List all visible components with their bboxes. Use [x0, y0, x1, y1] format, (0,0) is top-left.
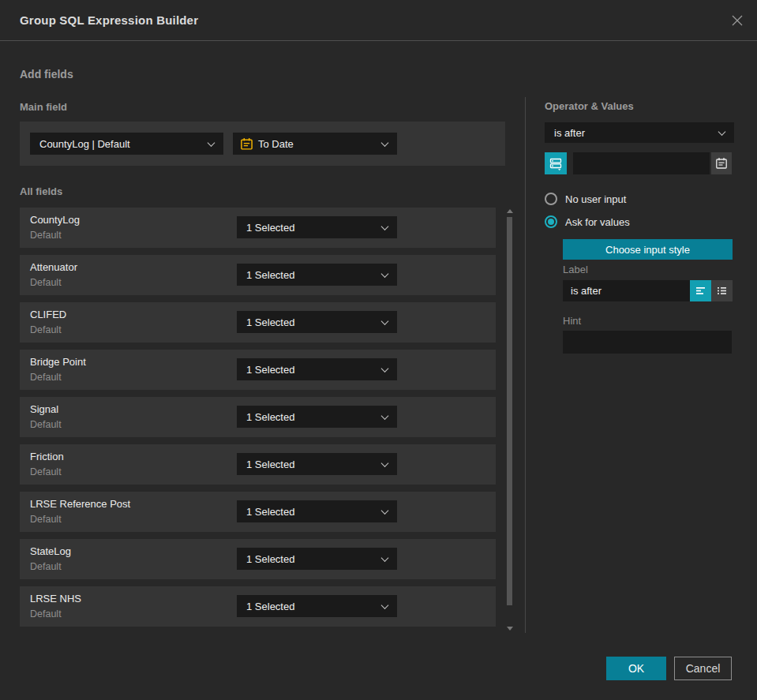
field-subtitle: Default: [30, 466, 62, 477]
calendar-icon: [715, 157, 728, 170]
field-selected-dropdown[interactable]: 1 Selected: [237, 500, 397, 522]
bullet-list-icon: [715, 284, 729, 298]
chevron-down-icon: [381, 365, 389, 372]
chevron-down-icon: [381, 554, 389, 562]
field-name: CLIFED: [30, 309, 66, 320]
field-row: LRSE Reference Post Default 1 Selected: [20, 492, 496, 532]
chevron-down-icon: [381, 317, 389, 325]
add-fields-heading: Add fields: [20, 68, 73, 80]
align-left-icon: [694, 284, 707, 298]
field-name: Bridge Point: [30, 356, 86, 368]
field-name: LRSE Reference Post: [30, 498, 130, 510]
field-subtitle: Default: [30, 277, 62, 288]
fields-list-scrollbar[interactable]: [504, 207, 515, 633]
main-field-dropdown[interactable]: CountyLog | Default: [30, 133, 223, 155]
radio-ask-for-values[interactable]: Ask for values: [545, 215, 630, 228]
align-left-toggle-button[interactable]: [690, 280, 711, 301]
date-picker-button[interactable]: [711, 152, 732, 174]
field-selected-dropdown[interactable]: 1 Selected: [237, 264, 397, 286]
field-row: StateLog Default 1 Selected: [20, 539, 496, 579]
date-mode-dropdown[interactable]: To Date: [233, 133, 397, 155]
radio-checked-icon: [545, 215, 557, 228]
cancel-button[interactable]: Cancel: [674, 657, 732, 680]
field-selected-dropdown[interactable]: 1 Selected: [237, 595, 397, 617]
main-field-heading: Main field: [20, 101, 67, 113]
field-row: Bridge Point Default 1 Selected: [20, 350, 496, 390]
field-row: CountyLog Default 1 Selected: [20, 208, 496, 248]
field-selected-count: 1 Selected: [237, 222, 294, 234]
dialog-title: Group SQL Expression Builder: [20, 0, 198, 41]
field-selected-count: 1 Selected: [237, 316, 294, 328]
radio-unchecked-icon: [545, 193, 557, 205]
field-selected-dropdown[interactable]: 1 Selected: [237, 358, 397, 380]
field-subtitle: Default: [30, 608, 62, 620]
dialog-header: Group SQL Expression Builder: [0, 0, 757, 41]
field-selected-dropdown[interactable]: 1 Selected: [237, 548, 397, 570]
field-subtitle: Default: [30, 419, 62, 430]
operator-values-heading: Operator & Values: [545, 100, 634, 112]
scrollbar-thumb[interactable]: [507, 217, 512, 605]
field-name: Friction: [30, 451, 64, 462]
radio-ask-for-values-label: Ask for values: [565, 216, 630, 228]
field-row: Friction Default 1 Selected: [20, 444, 496, 485]
field-selected-dropdown[interactable]: 1 Selected: [237, 216, 397, 238]
field-selected-count: 1 Selected: [237, 601, 294, 612]
all-fields-heading: All fields: [20, 185, 62, 197]
radio-no-user-input[interactable]: No user input: [545, 193, 626, 205]
field-row: CLIFED Default 1 Selected: [20, 302, 496, 343]
operator-dropdown-value: is after: [545, 127, 585, 139]
chevron-down-icon: [208, 139, 215, 147]
field-subtitle: Default: [30, 514, 62, 525]
field-name: CountyLog: [30, 214, 80, 226]
field-row: LRSE NHS Default 1 Selected: [20, 586, 496, 627]
field-selected-count: 1 Selected: [237, 269, 294, 281]
close-icon: [730, 13, 744, 28]
field-row: Attenuator Default 1 Selected: [20, 255, 496, 295]
field-name: LRSE NHS: [30, 593, 81, 605]
field-selected-count: 1 Selected: [237, 364, 294, 376]
chevron-down-icon: [381, 223, 389, 230]
field-selected-dropdown[interactable]: 1 Selected: [237, 453, 397, 475]
close-button[interactable]: [729, 12, 746, 29]
all-fields-list: CountyLog Default 1 Selected Attenuator …: [20, 208, 496, 634]
stacked-values-icon: [549, 156, 563, 170]
group-sql-expression-builder-dialog: Group SQL Expression Builder Add fields …: [0, 0, 757, 700]
field-selected-count: 1 Selected: [237, 459, 294, 470]
field-subtitle: Default: [30, 561, 62, 572]
hint-heading: Hint: [563, 315, 581, 327]
operator-dropdown[interactable]: is after: [545, 122, 734, 143]
chevron-down-icon: [381, 459, 389, 467]
scroll-up-arrow-icon[interactable]: [507, 209, 513, 213]
ok-button[interactable]: OK: [606, 657, 666, 680]
chevron-down-icon: [381, 507, 389, 515]
label-heading: Label: [563, 264, 588, 275]
field-selected-dropdown[interactable]: 1 Selected: [237, 311, 397, 333]
field-selected-count: 1 Selected: [237, 411, 294, 423]
field-name: Signal: [30, 403, 58, 415]
field-selected-count: 1 Selected: [237, 553, 294, 565]
choose-input-style-button[interactable]: Choose input style: [563, 239, 733, 260]
field-subtitle: Default: [30, 230, 62, 241]
value-input[interactable]: [573, 152, 710, 174]
calendar-icon: [233, 137, 253, 151]
hint-input[interactable]: [563, 331, 732, 354]
stacked-values-button[interactable]: [545, 152, 567, 174]
chevron-down-icon: [381, 601, 389, 609]
chevron-down-icon: [381, 270, 389, 278]
bullet-list-toggle-button[interactable]: [711, 280, 733, 301]
label-input[interactable]: [563, 280, 690, 301]
main-field-dropdown-value: CountyLog | Default: [30, 138, 130, 150]
field-name: Attenuator: [30, 261, 77, 273]
field-subtitle: Default: [30, 324, 62, 335]
radio-no-user-input-label: No user input: [565, 193, 626, 205]
scroll-down-arrow-icon[interactable]: [507, 627, 513, 631]
field-selected-count: 1 Selected: [237, 506, 294, 518]
chevron-down-icon: [381, 412, 389, 420]
field-name: StateLog: [30, 545, 71, 557]
chevron-down-icon: [718, 128, 726, 136]
date-mode-dropdown-value: To Date: [253, 138, 294, 150]
field-row: Signal Default 1 Selected: [20, 397, 496, 437]
panel-divider: [525, 97, 526, 633]
field-subtitle: Default: [30, 372, 62, 383]
field-selected-dropdown[interactable]: 1 Selected: [237, 406, 397, 428]
